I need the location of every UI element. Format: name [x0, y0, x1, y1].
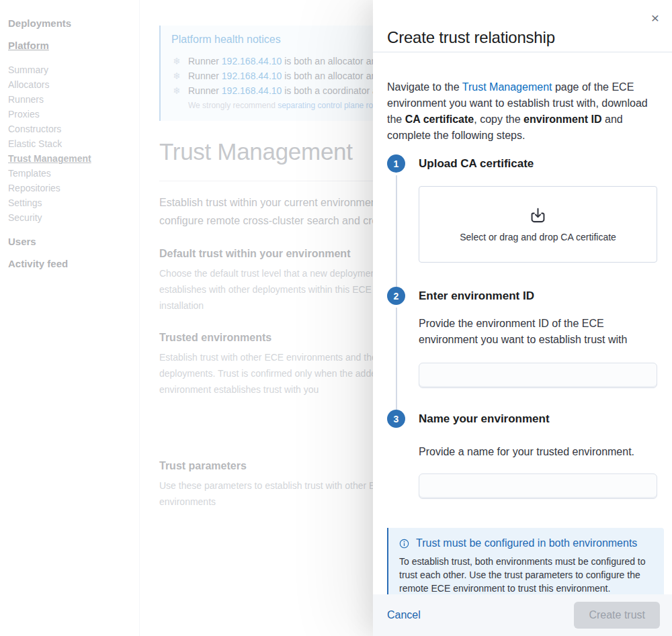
callout-title-row: Trust must be configured in both environ…: [399, 536, 653, 551]
step-upload-ca-certificate: 1 Upload CA certificate Select or drag a…: [387, 154, 664, 287]
trust-management-link[interactable]: Trust Management: [462, 81, 552, 93]
environment-name-input[interactable]: [419, 473, 657, 499]
trust-info-callout: Trust must be configured in both environ…: [387, 528, 664, 594]
flyout-body: Navigate to the Trust Management page of…: [373, 52, 672, 594]
close-icon[interactable]: ×: [646, 9, 664, 27]
step-title: Enter environment ID: [419, 287, 657, 305]
ece-app: Deployments Platform Summary Allocators …: [0, 0, 672, 636]
step-name-your-environment: 3 Name your environment Provide a name f…: [387, 410, 664, 499]
callout-body: To establish trust, both environments mu…: [399, 555, 653, 594]
step-number-badge: 1: [387, 154, 405, 173]
step-number-badge: 2: [387, 287, 405, 305]
flyout-title: Create trust relationship: [387, 28, 658, 47]
step-connector: [396, 308, 397, 410]
step-title: Name your environment: [419, 410, 657, 428]
callout-title: Trust must be configured in both environ…: [416, 536, 637, 551]
cancel-button[interactable]: Cancel: [387, 609, 421, 621]
step-description: Provide a name for your trusted environm…: [419, 444, 657, 460]
step-indicator: 1: [387, 154, 419, 287]
step-indicator: 2: [387, 287, 419, 410]
step-description: Provide the environment ID of the ECE en…: [419, 316, 657, 348]
dropzone-label: Select or drag and drop CA certificate: [460, 232, 616, 242]
info-icon: [399, 539, 409, 549]
create-trust-flyout: Create trust relationship × Navigate to …: [373, 0, 672, 636]
import-icon: [529, 206, 547, 224]
flyout-footer: Cancel Create trust: [373, 594, 672, 636]
environment-id-input[interactable]: [419, 363, 657, 388]
step-enter-environment-id: 2 Enter environment ID Provide the envir…: [387, 287, 664, 410]
create-trust-button[interactable]: Create trust: [574, 602, 660, 629]
step-connector: [396, 175, 397, 287]
flyout-intro: Navigate to the Trust Management page of…: [387, 79, 664, 144]
step-number-badge: 3: [387, 410, 405, 428]
steps-list: 1 Upload CA certificate Select or drag a…: [387, 154, 664, 499]
flyout-header: Create trust relationship ×: [373, 0, 672, 52]
ca-certificate-file-picker[interactable]: Select or drag and drop CA certificate: [419, 186, 657, 263]
step-title: Upload CA certificate: [419, 154, 657, 173]
step-indicator: 3: [387, 410, 419, 499]
